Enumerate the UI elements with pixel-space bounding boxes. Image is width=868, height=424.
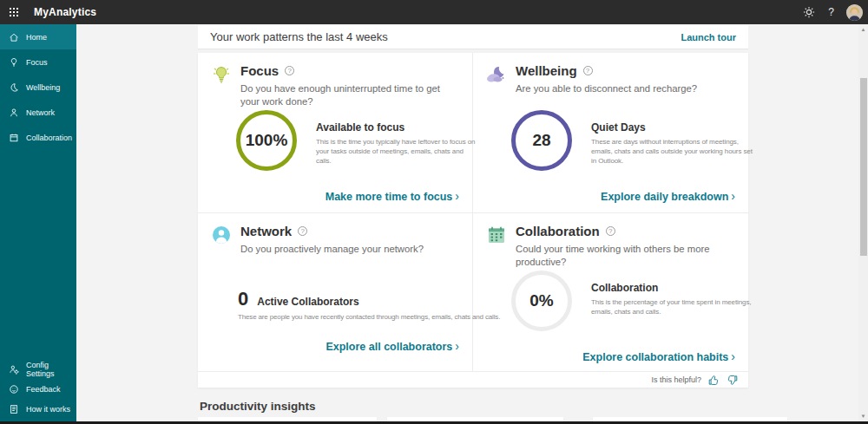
sidebar-footer: Config Settings Feedback How it works: [0, 359, 76, 419]
collaboration-ring-value: 0%: [511, 271, 572, 331]
sidebar-item-home[interactable]: Home: [0, 24, 76, 49]
app-launcher-icon[interactable]: [10, 8, 19, 17]
sidebar-item-feedback[interactable]: Feedback: [0, 379, 76, 399]
collaboration-stat-label: Collaboration: [591, 282, 753, 294]
focus-lightbulb-icon: [211, 64, 232, 85]
focus-ring-value: 100%: [236, 110, 297, 171]
network-question: Do you proactively manage your network?: [240, 243, 424, 256]
network-section: Network Do you proactively manage your n…: [198, 213, 473, 371]
user-avatar[interactable]: [846, 4, 863, 21]
scrollbar-thumb[interactable]: [860, 78, 867, 256]
page-title: Your work patterns the last 4 weeks: [210, 30, 388, 43]
vertical-scrollbar[interactable]: ▲ ▼: [858, 24, 868, 424]
focus-section: Focus Do you have enough uninterrupted t…: [198, 53, 473, 213]
focus-question: Do you have enough uninterrupted time to…: [240, 82, 459, 108]
network-action-link[interactable]: Explore all collaborators: [326, 339, 459, 353]
wellbeing-ring-value: 28: [511, 110, 572, 171]
scroll-down-arrow-icon[interactable]: ▼: [858, 412, 868, 421]
focus-stat-desc: This is the time you typically have left…: [316, 137, 477, 166]
feedback-footer: Is this helpful?: [198, 371, 748, 388]
settings-gear-icon[interactable]: [802, 5, 816, 19]
network-title: Network: [240, 224, 292, 238]
collaboration-calendar-icon: [486, 225, 507, 245]
wellbeing-stat-desc: These are days without interruptions of …: [591, 137, 753, 166]
productivity-insights-title: Productivity insights: [200, 400, 316, 413]
wellbeing-info-icon[interactable]: [583, 66, 593, 75]
collaboration-info-icon[interactable]: [606, 226, 615, 236]
thumbs-up-icon[interactable]: [708, 375, 720, 386]
wellbeing-moon-cloud-icon: [486, 64, 507, 85]
focus-action-link[interactable]: Make more time to focus: [326, 189, 459, 203]
chevron-right-icon: [455, 339, 459, 353]
chevron-right-icon: [455, 189, 459, 203]
scroll-up-arrow-icon[interactable]: ▲: [858, 25, 868, 34]
collaboration-section: Collaboration Could your time working wi…: [473, 213, 748, 371]
smiley-icon: [9, 384, 19, 395]
collaboration-stat-desc: This is the percentage of your time spen…: [591, 297, 753, 316]
app-title: MyAnalytics: [34, 6, 96, 18]
settings-person-icon: [9, 364, 19, 375]
moon-icon: [9, 82, 19, 93]
sidebar-item-how-it-works[interactable]: How it works: [0, 399, 76, 419]
wellbeing-section: Wellbeing Are you able to disconnect and…: [473, 53, 748, 213]
launch-tour-link[interactable]: Launch tour: [681, 32, 736, 42]
sidebar-item-focus[interactable]: Focus: [0, 49, 76, 75]
focus-title: Focus: [240, 63, 279, 78]
sidebar-item-wellbeing[interactable]: Wellbeing: [0, 75, 76, 100]
sidebar-item-network[interactable]: Network: [0, 100, 76, 125]
collaboration-title: Collaboration: [516, 224, 600, 238]
sidebar-item-collaboration[interactable]: Collaboration: [0, 125, 76, 150]
network-info-icon[interactable]: [298, 226, 307, 236]
focus-stat-label: Available to focus: [316, 121, 477, 134]
helpful-label: Is this helpful?: [651, 375, 701, 384]
sidebar: Home Focus Wellbeing Network Collaborat: [0, 24, 76, 424]
app-top-bar: MyAnalytics ?: [0, 0, 868, 24]
lightbulb-icon: [9, 57, 19, 68]
collaboration-question: Could your time working with others be m…: [516, 243, 735, 268]
chevron-right-icon: [731, 189, 735, 203]
chevron-right-icon: [731, 349, 735, 363]
network-person-icon: [211, 225, 232, 245]
work-patterns-header: Your work patterns the last 4 weeks Laun…: [198, 25, 748, 49]
home-icon: [9, 32, 19, 42]
calendar-icon: [9, 133, 19, 143]
sidebar-item-config-settings[interactable]: Config Settings: [0, 359, 76, 379]
thumbs-down-icon[interactable]: [727, 375, 738, 386]
focus-info-icon[interactable]: [285, 66, 294, 75]
help-icon[interactable]: ?: [828, 6, 834, 18]
network-stat-desc: These are people you have recently conta…: [238, 313, 467, 321]
wellbeing-question: Are you able to disconnect and recharge?: [516, 82, 697, 95]
wellbeing-stat-label: Quiet Days: [591, 121, 753, 134]
collaboration-action-link[interactable]: Explore collaboration habits: [582, 349, 735, 363]
document-icon: [9, 404, 19, 414]
work-patterns-card: Focus Do you have enough uninterrupted t…: [198, 53, 748, 388]
person-icon: [9, 108, 19, 118]
wellbeing-action-link[interactable]: Explore daily breakdown: [601, 189, 735, 203]
network-value: 0: [238, 288, 248, 310]
wellbeing-title: Wellbeing: [516, 63, 577, 78]
network-stat-label: Active Collaborators: [257, 296, 358, 308]
